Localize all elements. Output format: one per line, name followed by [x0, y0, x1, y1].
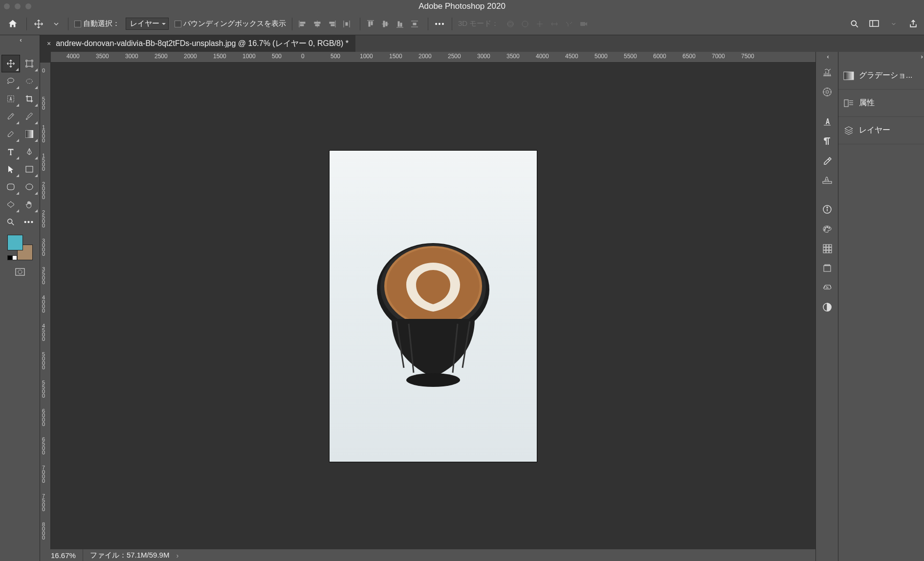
ruler-tick: 2500	[41, 209, 46, 227]
ellipse-shape-tool[interactable]	[20, 178, 39, 196]
eyedropper-tool[interactable]	[1, 108, 20, 125]
rounded-rect-tool[interactable]	[1, 178, 20, 196]
brush-tool[interactable]	[20, 108, 39, 125]
document-tab[interactable]: × andrew-donovan-valdivia-Bb-8qt2tFDs-un…	[40, 35, 355, 52]
zoom-tool[interactable]	[1, 213, 20, 231]
svg-rect-13	[369, 22, 370, 26]
distribute-h-icon[interactable]	[342, 18, 354, 30]
paragraph-panel-icon[interactable]	[818, 132, 836, 150]
align-left-icon[interactable]	[298, 18, 310, 30]
swatches-panel-icon[interactable]	[818, 239, 836, 258]
path-select-tool[interactable]	[1, 160, 20, 178]
properties-label: 属性	[859, 98, 875, 108]
type-tool[interactable]	[1, 143, 20, 160]
svg-rect-61	[829, 245, 832, 247]
home-button[interactable]	[5, 16, 21, 32]
quick-select-tool[interactable]	[20, 72, 39, 90]
close-window-icon[interactable]	[4, 3, 10, 9]
svg-rect-65	[823, 250, 826, 253]
ruler-tick: 500	[272, 53, 282, 60]
svg-rect-5	[315, 24, 319, 26]
distribute-v-icon[interactable]	[410, 18, 422, 30]
ruler-tick: 500	[41, 96, 46, 109]
properties-panel-row[interactable]: 属性	[838, 90, 924, 117]
minimize-window-icon[interactable]	[15, 3, 21, 9]
svg-rect-36	[26, 166, 33, 172]
ruler-tick: 7000	[712, 53, 725, 60]
chevron-left-double-icon[interactable]: ‹‹	[827, 53, 827, 60]
gradients-panel-row[interactable]: グラデーショ...	[838, 62, 924, 90]
object-select-tool[interactable]	[1, 90, 20, 108]
align-top-icon[interactable]	[366, 18, 378, 30]
custom-shape-tool[interactable]	[1, 196, 20, 213]
edit-toolbar-button[interactable]: •••	[20, 213, 39, 231]
histogram-panel-icon[interactable]	[818, 63, 836, 82]
svg-rect-69	[825, 265, 830, 266]
glyphs-panel-icon[interactable]	[818, 171, 836, 189]
artboard-tool[interactable]	[20, 55, 39, 72]
align-right-icon[interactable]	[328, 18, 339, 30]
rectangle-shape-tool[interactable]	[20, 160, 39, 178]
tools-collapse-toggle[interactable]: ‹‹	[0, 35, 40, 52]
ruler-tick: 6000	[41, 408, 46, 426]
navigator-panel-icon[interactable]	[818, 83, 836, 101]
svg-rect-68	[824, 266, 831, 271]
chevron-down-icon[interactable]	[888, 18, 900, 30]
eraser-tool[interactable]	[1, 125, 20, 143]
svg-point-49	[826, 90, 829, 93]
default-colors-icon[interactable]	[7, 255, 17, 260]
align-vcenter-icon[interactable]	[381, 18, 393, 30]
hand-tool[interactable]	[20, 196, 39, 213]
quick-mask-tool[interactable]	[11, 263, 29, 281]
pen-tool[interactable]	[20, 143, 39, 160]
status-chevron-icon[interactable]: ›	[176, 551, 178, 560]
foreground-color-swatch[interactable]	[7, 235, 23, 250]
lasso-tool[interactable]	[1, 72, 20, 90]
3d-slide-icon	[549, 18, 560, 30]
ruler-tick: 1000	[242, 53, 256, 60]
zoom-level[interactable]: 16.67%	[51, 551, 76, 560]
ruler-tick: 2000	[418, 53, 432, 60]
separator	[428, 18, 428, 30]
move-tool-icon[interactable]	[33, 18, 44, 30]
stage-body: 0500100015002000250030003500400045005000…	[40, 63, 815, 549]
file-size-info[interactable]: ファイル：57.1M/59.9M	[90, 551, 170, 560]
ruler-tick: 2500	[154, 53, 168, 60]
ruler-tick: 5500	[624, 53, 637, 60]
svg-rect-23	[413, 23, 416, 25]
ruler-horizontal[interactable]: 4000350030002500200015001000500050010001…	[51, 52, 815, 63]
crop-tool[interactable]	[20, 90, 39, 108]
align-bottom-icon[interactable]	[396, 18, 407, 30]
canvas-area[interactable]	[51, 63, 815, 549]
styles-panel-icon[interactable]: fx	[818, 278, 836, 297]
tools-preset-panel-icon[interactable]	[818, 151, 836, 170]
svg-point-47	[406, 373, 460, 387]
libraries-panel-icon[interactable]	[818, 259, 836, 277]
character-panel-icon[interactable]	[818, 112, 836, 131]
close-tab-icon[interactable]: ×	[47, 40, 51, 47]
color-panel-icon[interactable]	[818, 220, 836, 238]
bounding-box-checkbox[interactable]: バウンディングボックスを表示	[175, 19, 286, 28]
ruler-vertical[interactable]: 0500100015002000250030003500400045005000…	[40, 63, 51, 549]
info-panel-icon[interactable]	[818, 200, 836, 219]
separator	[360, 18, 360, 30]
tool-chevron-down-icon[interactable]	[50, 18, 62, 30]
more-options-icon[interactable]: •••	[434, 18, 446, 30]
layers-panel-row[interactable]: レイヤー	[838, 117, 924, 144]
svg-rect-72	[844, 72, 854, 80]
move-tool[interactable]	[1, 55, 20, 72]
align-hcenter-icon[interactable]	[313, 18, 325, 30]
share-icon[interactable]	[907, 18, 919, 30]
adjustments-panel-icon[interactable]	[818, 298, 836, 316]
ruler-tick: 1000	[360, 53, 373, 60]
chevron-right-double-icon[interactable]: ››	[921, 53, 921, 60]
color-swatch[interactable]	[7, 235, 33, 260]
search-icon[interactable]	[849, 18, 860, 30]
auto-select-checkbox[interactable]: 自動選択：	[74, 19, 120, 28]
svg-rect-14	[371, 22, 373, 25]
gradient-tool[interactable]	[20, 125, 39, 143]
maximize-window-icon[interactable]	[25, 3, 31, 9]
screen-mode-icon[interactable]	[868, 18, 880, 30]
auto-select-dropdown[interactable]: レイヤー	[126, 18, 169, 30]
align-group-1	[298, 18, 354, 30]
